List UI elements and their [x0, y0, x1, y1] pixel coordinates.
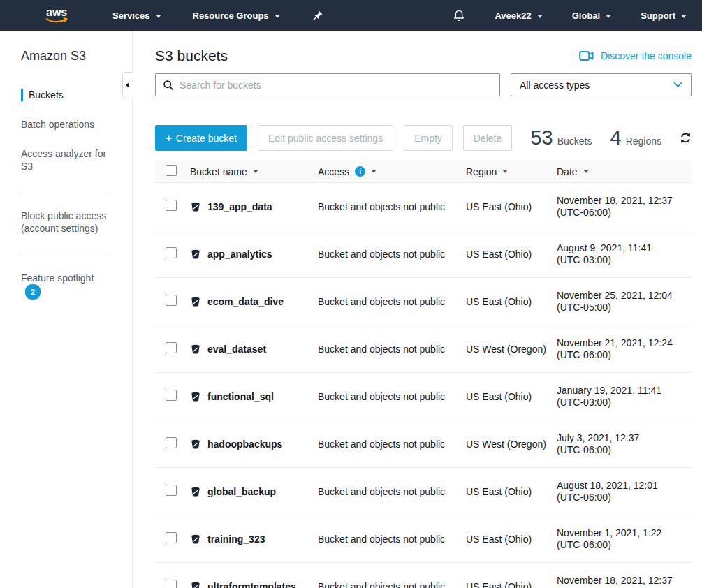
- nav-services[interactable]: Services: [112, 10, 161, 21]
- table-row: ultraformtemplates Bucket and objects no…: [155, 563, 692, 588]
- edit-public-access-button[interactable]: Edit public access settings: [258, 125, 393, 151]
- row-checkbox[interactable]: [166, 390, 177, 401]
- access-cell: Bucket and objects not public: [318, 581, 466, 588]
- access-cell: Bucket and objects not public: [318, 391, 466, 402]
- chevron-down-icon: [275, 15, 280, 18]
- nav-resource-groups[interactable]: Resource Groups: [193, 10, 280, 21]
- date-cell: November 21, 2021, 12:24 (UTC-06:00): [557, 337, 692, 361]
- bucket-name-link[interactable]: ultraformtemplates: [207, 581, 296, 588]
- bucket-name-link[interactable]: functional_sql: [207, 391, 274, 402]
- nav-services-label: Services: [112, 10, 150, 21]
- sidebar-item-feature-spotlight[interactable]: Feature spotlight2: [0, 272, 132, 300]
- bucket-icon: [190, 486, 201, 497]
- table-row: functional_sql Bucket and objects not pu…: [155, 373, 692, 420]
- sidebar: Amazon S3 Buckets Batch operations Acces…: [0, 31, 133, 588]
- sort-arrow-icon: [502, 170, 508, 173]
- pin-button[interactable]: [312, 9, 323, 22]
- bucket-name-link[interactable]: ecom_data_dive: [207, 296, 284, 307]
- date-line: January 19, 2021, 11:41: [557, 385, 692, 397]
- sidebar-item-block-public-access[interactable]: Block public access (account settings): [0, 210, 132, 235]
- notifications-button[interactable]: [453, 9, 465, 22]
- sidebar-item-buckets[interactable]: Buckets: [0, 89, 132, 101]
- info-icon[interactable]: i: [355, 166, 365, 177]
- bucket-name-link[interactable]: training_323: [207, 534, 265, 545]
- refresh-button[interactable]: [680, 132, 692, 144]
- discover-console-link[interactable]: Discover the console: [579, 50, 692, 61]
- column-header-bucket-name[interactable]: Bucket name: [190, 166, 318, 177]
- delete-button[interactable]: Delete: [463, 125, 512, 151]
- region-cell: US East (Ohio): [466, 249, 557, 260]
- aws-logo[interactable]: aws: [42, 6, 74, 25]
- date-cell: November 18, 2021, 12:37 (UTC-06:00): [557, 195, 692, 219]
- table-row: ecom_data_dive Bucket and objects not pu…: [155, 278, 692, 325]
- region-cell: US East (Ohio): [466, 391, 557, 402]
- access-cell: Bucket and objects not public: [318, 249, 466, 260]
- main-content: S3 buckets Discover the console All acce…: [133, 31, 702, 588]
- date-line: August 9, 2021, 11:41: [557, 242, 692, 254]
- row-checkbox[interactable]: [166, 247, 177, 258]
- bucket-icon: [190, 249, 201, 260]
- row-checkbox[interactable]: [166, 342, 177, 353]
- bucket-count: 53: [530, 126, 553, 149]
- date-cell: August 18, 2021, 12:01 (UTC-06:00): [557, 480, 692, 504]
- page-title: S3 buckets: [155, 47, 228, 64]
- pin-icon: [312, 9, 323, 22]
- bucket-name-header-label: Bucket name: [190, 166, 247, 177]
- sort-arrow-icon: [371, 170, 376, 173]
- row-checkbox[interactable]: [166, 532, 177, 543]
- discover-console-label: Discover the console: [601, 50, 692, 61]
- feature-spotlight-badge: 2: [25, 284, 41, 300]
- chevron-down-icon: [606, 15, 611, 18]
- region-header-label: Region: [466, 166, 497, 177]
- access-type-filter[interactable]: All access types: [511, 73, 692, 96]
- row-checkbox[interactable]: [166, 295, 177, 306]
- access-cell: Bucket and objects not public: [318, 296, 466, 307]
- column-header-date[interactable]: Date: [557, 166, 692, 177]
- bucket-name-link[interactable]: eval_dataset: [207, 344, 266, 355]
- plus-icon: +: [166, 132, 172, 144]
- date-cell: November 1, 2021, 1:22 (UTC-06:00): [557, 527, 692, 551]
- utc-offset-line: (UTC-06:00): [557, 349, 692, 361]
- date-line: August 18, 2021, 12:01: [557, 480, 692, 492]
- row-checkbox[interactable]: [166, 485, 177, 496]
- date-header-label: Date: [557, 166, 578, 177]
- bucket-search-box[interactable]: [155, 73, 500, 96]
- access-cell: Bucket and objects not public: [318, 486, 466, 497]
- bucket-name-link[interactable]: global_backup: [207, 486, 276, 497]
- nav-region-menu[interactable]: Global: [572, 10, 611, 21]
- access-cell: Bucket and objects not public: [318, 534, 466, 545]
- select-all-checkbox[interactable]: [166, 165, 177, 176]
- sidebar-divider: [21, 253, 111, 253]
- date-line: November 18, 2021, 12:37: [557, 195, 692, 207]
- date-cell: November 18, 2021, 12:37 (UTC-06:00): [557, 575, 692, 588]
- chevron-down-icon: [681, 15, 687, 18]
- empty-button[interactable]: Empty: [404, 125, 453, 151]
- column-header-region[interactable]: Region: [466, 166, 557, 177]
- account-name-label: Aveek22: [495, 10, 531, 21]
- collapse-left-icon: [126, 82, 129, 88]
- bucket-name-link[interactable]: hadoopbackups: [207, 439, 282, 450]
- sidebar-item-access-analyzer[interactable]: Access analyzer for S3: [0, 147, 132, 172]
- row-checkbox[interactable]: [166, 580, 177, 588]
- region-label: Global: [572, 10, 600, 21]
- bucket-icon: [190, 391, 201, 402]
- date-line: November 18, 2021, 12:37: [557, 575, 692, 587]
- region-cell: US East (Ohio): [466, 201, 557, 212]
- row-checkbox[interactable]: [166, 200, 177, 211]
- nav-account-menu[interactable]: Aveek22: [495, 10, 542, 21]
- table-row: hadoopbackups Bucket and objects not pub…: [155, 420, 692, 468]
- sort-arrow-icon: [583, 170, 589, 173]
- search-input[interactable]: [180, 80, 492, 91]
- utc-offset-line: (UTC-05:00): [557, 302, 692, 314]
- bucket-icon: [190, 581, 201, 588]
- bucket-name-link[interactable]: 139_app_data: [207, 201, 272, 212]
- video-camera-icon: [579, 50, 594, 61]
- sidebar-item-batch-operations[interactable]: Batch operations: [0, 118, 132, 131]
- row-checkbox[interactable]: [166, 437, 177, 448]
- bucket-name-link[interactable]: app_analytics: [207, 249, 272, 260]
- sidebar-collapse-button[interactable]: [122, 72, 133, 98]
- create-bucket-button[interactable]: +Create bucket: [155, 125, 247, 151]
- bucket-icon: [190, 296, 201, 307]
- column-header-access[interactable]: Access i: [318, 166, 466, 177]
- nav-support-menu[interactable]: Support: [641, 10, 687, 21]
